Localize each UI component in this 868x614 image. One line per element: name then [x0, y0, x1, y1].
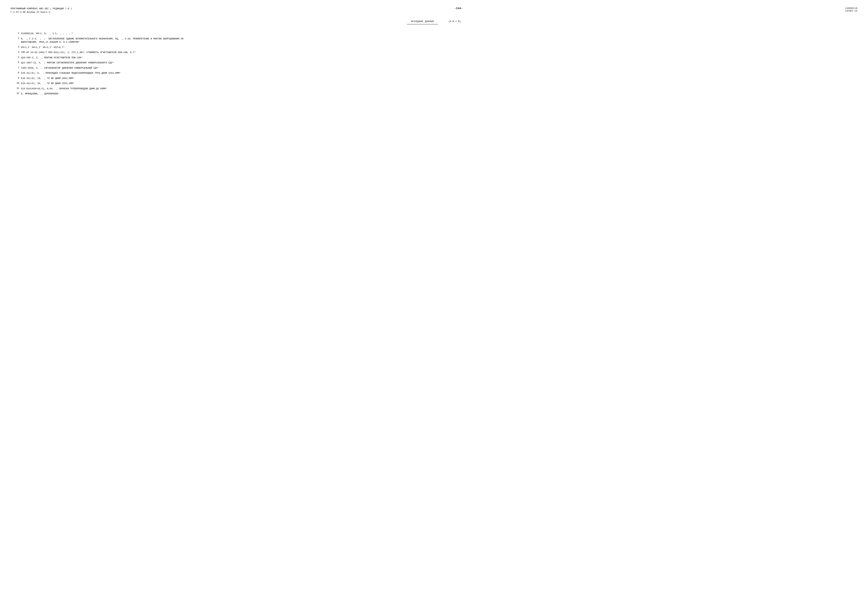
row-number: 6: [11, 60, 21, 65]
table-row: 12К, ФРАНЦЗОВА, , ДОРОНИЧЕВА*: [11, 91, 857, 96]
table-row: 72402-4020, 4, , СИГНАЛИЗАТОР ДАВЛЕНИЯ У…: [11, 65, 857, 71]
doc-number1: 14890118: [845, 7, 857, 9]
row-number: 8: [11, 71, 21, 76]
table-row: 9Е16-42(=6), 10, , ТО ЖЕ ДИАМ.20Х2,8ММ*: [11, 76, 857, 81]
header-right: 14890118 24383-14: [845, 7, 857, 12]
row-text: ТПР-НТ 24-02-1981/7 П03-031(=14), 2, 275…: [21, 50, 857, 55]
row-text: НЗ=1,1' Н4=1,1' Н5=1,1' Н22=6,7*: [21, 45, 857, 50]
row-number: 5: [11, 55, 21, 61]
table-row: 4ТПР-НТ 24-02-1981/7 П03-031(=14), 2, 27…: [11, 50, 857, 55]
row-number: 1: [11, 31, 21, 36]
row-number: 9: [11, 76, 21, 81]
table-row: 3НЗ=1,1' Н4=1,1' Н5=1,1' Н22=6,7*: [11, 45, 857, 50]
row-text: Ц12-1067-12, 4, , МОНТАЖ СИГНАЛИЗАТОРА Д…: [21, 60, 857, 65]
table-row: 1314890118, Н9г1, 0, , 1.1, , , , , *: [11, 31, 857, 36]
table-row: 10Е16-43(=6), 10, , ТО ЖЕ ДИАМ.25Х3,2ММ*: [11, 81, 857, 86]
row-text: Е16-42(=6), 10, , ТО ЖЕ ДИАМ.20Х2,8ММ*: [21, 76, 857, 81]
row-number: 12: [11, 91, 21, 96]
row-text: 0, , Г.2-4, , , ЗАГЛУБЛЕННОЕ ЗДАНИЕ ВСПО…: [21, 36, 857, 45]
table-row: 8Е16-41(=6), 6, , ПРОКЛАДКА СТАЛЬНЫХ ВОД…: [11, 71, 857, 76]
row-number: 3: [11, 45, 21, 50]
page-number: -I44-: [454, 7, 463, 10]
row-text: 314890118, Н9г1, 0, , 1.1, , , , , *: [21, 31, 857, 36]
row-number: 11: [11, 86, 21, 92]
section-title: ИСХОДНЫЕ ДАННЫЕ: [407, 20, 438, 23]
program-title: ПРОГРАММНЫЙ КОМПЛЕКС АВС-ЗЕС ( РЕДАКЦИЯ …: [11, 7, 72, 11]
row-text: Е16-43(=6), 10, , ТО ЖЕ ДИАМ.25Х3,2ММ*: [21, 81, 857, 86]
row-number: 4: [11, 50, 21, 55]
row-number: 2: [11, 36, 21, 45]
section-params: (П.Н.= 9): [448, 20, 461, 23]
table-row: 11Е15-614(Н10=16,5), 0,04, , ОКРАСКА ТРУ…: [11, 86, 857, 92]
row-text: Е15-614(Н10=16,5), 0,04, , ОКРАСКА ТРУБО…: [21, 86, 857, 92]
data-table: 1314890118, Н9г1, 0, , 1.1, , , , , *20,…: [11, 31, 857, 96]
row-number: 7: [11, 65, 21, 71]
table-row: 6Ц12-1067-12, 4, , МОНТАЖ СИГНАЛИЗАТОРА …: [11, 60, 857, 65]
row-number: 10: [11, 81, 21, 86]
row-text: Е16-41(=6), 6, , ПРОКЛАДКА СТАЛЬНЫХ ВОДО…: [21, 71, 857, 76]
table-row: 5Ц18-556-3, 2, , МОНТАЖ ОГНЕТУШИТЕЛЯ ОПА…: [11, 55, 857, 61]
table-row: 20, , Г.2-4, , , ЗАГЛУБЛЕННОЕ ЗДАНИЕ ВСП…: [11, 36, 857, 45]
row-text: 2402-4020, 4, , СИГНАЛИЗАТОР ДАВЛЕНИЯ УН…: [21, 65, 857, 71]
header-left: ПРОГРАММНЫЙ КОМПЛЕКС АВС-ЗЕС ( РЕДАКЦИЯ …: [11, 7, 72, 14]
doc-number2: 24383-14: [845, 9, 857, 12]
row-text: Ц18-556-3, 2, , МОНТАЖ ОГНЕТУШИТЕЛЯ ОПА-…: [21, 55, 857, 61]
document-ref: Г.2-IУ-3.90 Альбом I3 Книга 3: [11, 11, 72, 14]
page-header: ПРОГРАММНЫЙ КОМПЛЕКС АВС-ЗЕС ( РЕДАКЦИЯ …: [11, 7, 857, 14]
section-underline: ====================: [407, 23, 438, 26]
row-text: К, ФРАНЦЗОВА, , ДОРОНИЧЕВА*: [21, 91, 857, 96]
